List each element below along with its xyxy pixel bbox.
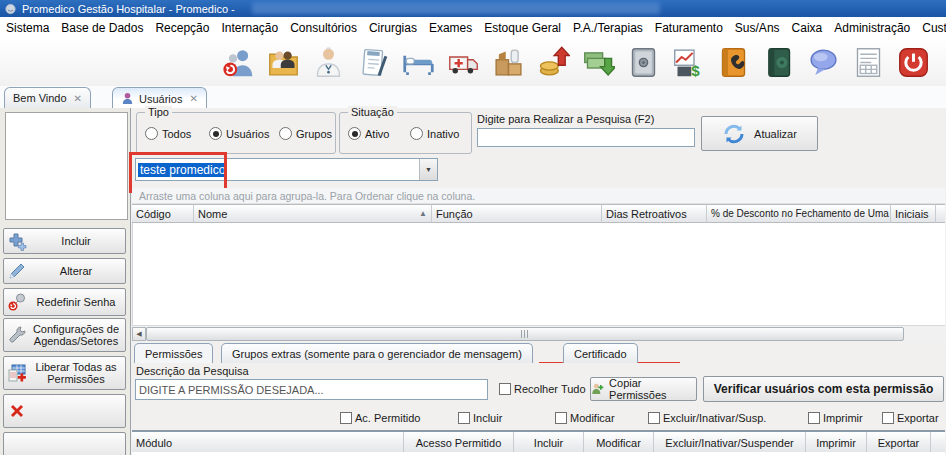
user-combobox[interactable]: teste promedico ▼ bbox=[135, 158, 438, 181]
revenue-up-icon[interactable] bbox=[535, 44, 571, 80]
hospital-bed-icon[interactable] bbox=[400, 44, 436, 80]
descricao-pesquisa-label: Descrição da Pesquisa bbox=[136, 365, 249, 377]
grant-permissions-icon bbox=[7, 363, 27, 383]
menu-item-custos[interactable]: Custos bbox=[916, 21, 946, 35]
column-header-filler bbox=[936, 204, 945, 223]
redefinir-senha-button[interactable]: Redefinir Senha bbox=[3, 288, 126, 316]
redefinir-senha-label: Redefinir Senha bbox=[27, 296, 125, 308]
radio-usuarios[interactable]: Usuários bbox=[209, 127, 269, 140]
tab-usuarios-label: Usuários bbox=[139, 93, 182, 105]
sidebar-preview-box bbox=[5, 112, 128, 220]
modificar-column-header[interactable]: Modificar bbox=[584, 432, 654, 454]
radio-inativo[interactable]: Inativo bbox=[410, 127, 459, 140]
column-header-dias-retroativos[interactable]: Dias Retroativos bbox=[602, 204, 707, 223]
sidebar-button-partial[interactable] bbox=[3, 432, 126, 455]
patients-folder-icon[interactable] bbox=[265, 44, 301, 80]
document-tab-bar: Bem Vindo ✕ Usuários ✕ bbox=[0, 86, 946, 109]
tab-bem-vindo[interactable]: Bem Vindo ✕ bbox=[4, 87, 91, 108]
imprimir-column-header[interactable]: Imprimir bbox=[806, 432, 867, 454]
stock-icon[interactable] bbox=[490, 44, 526, 80]
exportar-checkbox[interactable]: Exportar bbox=[882, 412, 939, 424]
menu-item-pa-terapias[interactable]: P.A./Terapias bbox=[567, 21, 649, 35]
app-icon bbox=[4, 3, 17, 15]
radio-todos[interactable]: Todos bbox=[145, 127, 191, 140]
liberar-permissoes-button[interactable]: Liberar Todas as Permissões bbox=[3, 356, 126, 390]
menu-item-sus-ans[interactable]: Sus/Ans bbox=[729, 21, 786, 35]
module-column-header[interactable]: Módulo bbox=[132, 432, 404, 454]
invoice-report-icon[interactable] bbox=[850, 44, 886, 80]
menu-item-administracao[interactable]: Administração bbox=[828, 21, 916, 35]
menu-item-sistema[interactable]: Sistema bbox=[0, 21, 55, 35]
grid-body[interactable]: <Sem Registros> bbox=[132, 223, 945, 325]
radio-ativo-circle bbox=[348, 127, 361, 140]
wrench-icon bbox=[7, 325, 27, 345]
excluir-column-header[interactable]: Excluir/Inativar/Suspender bbox=[654, 432, 806, 454]
modificar-checkbox[interactable]: Modificar bbox=[555, 412, 615, 424]
catalog-book-icon[interactable] bbox=[760, 44, 796, 80]
refresh-icon bbox=[722, 122, 746, 146]
menu-item-consultorios[interactable]: Consultórios bbox=[284, 21, 363, 35]
svg-text:$: $ bbox=[691, 62, 700, 79]
column-header-iniciais[interactable]: Iniciais bbox=[891, 204, 936, 223]
exportar-column-header[interactable]: Exportar bbox=[867, 432, 931, 454]
atualizar-button[interactable]: Atualizar bbox=[701, 116, 818, 151]
configuracoes-agendas-label: Configurações de Agendas/Setores bbox=[27, 323, 125, 347]
permissions-table-header: Módulo Acesso Permitido Incluir Modifica… bbox=[132, 430, 945, 454]
incluir-checkbox[interactable]: Incluir bbox=[458, 412, 502, 424]
radio-grupos[interactable]: Grupos bbox=[279, 127, 332, 140]
switch-user-icon[interactable] bbox=[220, 44, 256, 80]
messages-icon[interactable] bbox=[805, 44, 841, 80]
doctor-icon[interactable] bbox=[310, 44, 346, 80]
scrollbar-grip bbox=[521, 330, 530, 338]
menu-item-recepcao[interactable]: Recepção bbox=[149, 21, 215, 35]
column-header-desconto[interactable]: % de Desconto no Fechamento de Uma Conta… bbox=[707, 204, 891, 223]
tab-certificado[interactable]: Certificado bbox=[563, 343, 638, 363]
menu-item-internacao[interactable]: Internação bbox=[215, 21, 284, 35]
incluir-column-header[interactable]: Incluir bbox=[514, 432, 584, 454]
exit-icon[interactable] bbox=[895, 44, 931, 80]
prescription-icon[interactable] bbox=[355, 44, 391, 80]
menu-item-exames[interactable]: Exames bbox=[423, 21, 478, 35]
safe-icon[interactable] bbox=[625, 44, 661, 80]
excluir-inativar-checkbox[interactable]: Excluir/Inativar/Susp. bbox=[648, 412, 766, 424]
acesso-permitido-column-header[interactable]: Acesso Permitido bbox=[404, 432, 514, 454]
verificar-usuarios-button[interactable]: Verificar usuários com esta permissão bbox=[703, 376, 944, 402]
situacao-legend: Situação bbox=[348, 106, 397, 118]
menu-item-base-de-dados[interactable]: Base de Dados bbox=[55, 21, 149, 35]
copiar-permissoes-button[interactable]: Copiar Permissões bbox=[590, 377, 697, 401]
configuracoes-agendas-button[interactable]: Configurações de Agendas/Setores bbox=[3, 318, 126, 352]
financial-reports-icon[interactable]: $ bbox=[670, 44, 706, 80]
permission-search-input[interactable] bbox=[135, 379, 488, 400]
phone-directory-icon[interactable] bbox=[715, 44, 751, 80]
menu-item-cirurgias[interactable]: Cirurgias bbox=[363, 21, 423, 35]
radio-grupos-circle bbox=[279, 127, 292, 140]
column-header-funcao[interactable]: Função bbox=[432, 204, 602, 223]
scroll-left-icon[interactable]: ◀ bbox=[132, 327, 146, 341]
ac-permitido-checkbox[interactable]: Ac. Permitido bbox=[340, 412, 420, 424]
column-header-codigo[interactable]: Código bbox=[132, 204, 194, 223]
alterar-button[interactable]: Alterar bbox=[3, 258, 126, 284]
tab-permissoes[interactable]: Permissões bbox=[134, 343, 213, 364]
imprimir-checkbox[interactable]: Imprimir bbox=[808, 412, 863, 424]
tab-usuarios-close-icon[interactable]: ✕ bbox=[189, 93, 197, 104]
tab-bem-vindo-close-icon[interactable]: ✕ bbox=[74, 93, 82, 104]
menu-item-faturamento[interactable]: Faturamento bbox=[649, 21, 729, 35]
expense-down-icon[interactable] bbox=[580, 44, 616, 80]
remover-permissoes-button[interactable] bbox=[3, 394, 126, 428]
main-panel: Tipo Todos Usuários Grupos Situação Ativ… bbox=[131, 108, 946, 455]
liberar-permissoes-label: Liberar Todas as Permissões bbox=[27, 361, 125, 385]
column-header-nome[interactable]: Nome ▲ bbox=[194, 204, 432, 223]
chevron-down-icon[interactable]: ▼ bbox=[419, 159, 437, 180]
incluir-button[interactable]: Incluir bbox=[3, 228, 126, 254]
scrollbar-thumb[interactable] bbox=[146, 327, 904, 341]
search-input[interactable] bbox=[477, 128, 695, 147]
tab-grupos-extras[interactable]: Grupos extras (somente para o gerenciado… bbox=[221, 343, 533, 363]
menu-item-caixa[interactable]: Caixa bbox=[786, 21, 829, 35]
pencil-icon bbox=[7, 261, 27, 281]
menu-item-estoque-geral[interactable]: Estoque Geral bbox=[478, 21, 567, 35]
recolher-tudo-checkbox[interactable]: Recolher Tudo bbox=[499, 383, 586, 395]
situacao-groupbox: Situação Ativo Inativo bbox=[339, 112, 472, 154]
radio-ativo[interactable]: Ativo bbox=[348, 127, 389, 140]
radio-usuarios-circle bbox=[209, 127, 222, 140]
ambulance-icon[interactable] bbox=[445, 44, 481, 80]
